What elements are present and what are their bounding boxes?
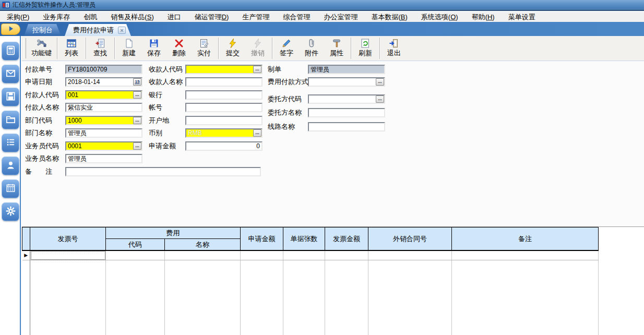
date-picker-button-apply_date[interactable]: 15 <box>133 78 141 86</box>
menu-item-10[interactable]: 基本数据(B) <box>364 12 414 22</box>
menu-item-2[interactable]: 业务库存 <box>36 12 77 22</box>
field-label-payee_name: 收款人名称 <box>149 78 183 86</box>
sidebar-button-folder[interactable] <box>2 111 19 129</box>
field-input-apply_date[interactable] <box>65 77 142 87</box>
tab-close-icon[interactable]: × <box>118 27 126 34</box>
toolbar-button-save[interactable]: 保存 <box>141 36 166 61</box>
field-label-apply_amount: 申请金额 <box>149 142 176 150</box>
grid-cell-fee_code[interactable] <box>106 250 165 260</box>
function-keys-icon <box>37 38 47 49</box>
field-salesman_code: ... <box>65 141 142 151</box>
toolbar-button-function-keys[interactable]: 功能键 <box>28 36 55 61</box>
toolbar-button-list-grid[interactable]: 列表 <box>59 36 84 61</box>
toolbar-button-actual-pay[interactable]: 实付 <box>192 36 217 61</box>
folder-icon <box>5 114 16 126</box>
toolbar-button-find[interactable]: 查找 <box>88 36 113 61</box>
field-input-salesman_code[interactable] <box>65 141 142 151</box>
tab-2[interactable]: 费用付款申请× <box>65 24 131 36</box>
sidebar-button-user[interactable] <box>2 157 19 175</box>
field-input-currency[interactable] <box>185 128 263 138</box>
sidebar-button-mail[interactable] <box>2 65 19 83</box>
field-input-fee_payment_method[interactable] <box>308 77 385 87</box>
field-input-payer_code[interactable] <box>65 90 142 100</box>
grid-cell-fee_name[interactable] <box>165 250 241 260</box>
menu-item-9[interactable]: 办公室管理 <box>317 12 364 22</box>
field-route_name <box>308 122 385 131</box>
menu-item-12[interactable]: 帮助(H) <box>465 12 502 22</box>
toolbar-button-attachment[interactable]: 附件 <box>299 36 324 61</box>
field-input-payer_name[interactable] <box>65 103 142 112</box>
list-grid-icon <box>66 38 77 49</box>
field-input-payee_name[interactable] <box>185 77 263 87</box>
menu-item-5[interactable]: 进口 <box>161 12 188 22</box>
detail-grid: 发票号费用申请金额单据张数发票金额外销合同号备注代码名称▶ <box>22 226 644 335</box>
actual-pay-icon <box>199 38 209 49</box>
menu-item-4[interactable]: 销售及样品(S) <box>104 12 160 22</box>
play-button[interactable] <box>1 23 20 35</box>
toolbar-button-properties[interactable]: 属性 <box>324 36 349 61</box>
field-input-principal_name[interactable] <box>308 108 385 117</box>
field-label-principal_code: 委托方代码 <box>268 95 302 103</box>
grid-cell-invoice_amount[interactable] <box>325 250 368 260</box>
menu-item-13[interactable]: 菜单设置 <box>502 12 542 22</box>
field-payee_name <box>185 77 263 87</box>
menu-item-6[interactable]: 储运管理D) <box>188 12 236 22</box>
field-apply_amount <box>185 141 263 151</box>
toolbar-button-refresh[interactable]: 刷新 <box>353 36 378 61</box>
grid-cell-invoice_no[interactable] <box>30 250 106 260</box>
refresh-icon <box>360 38 371 49</box>
menu-item-8[interactable]: 综合管理 <box>276 12 317 22</box>
toolbar-button-delete[interactable]: 删除 <box>166 36 192 61</box>
grid-cell-export_contract_no[interactable] <box>368 250 452 260</box>
grid-cell-doc_count[interactable] <box>283 250 325 260</box>
field-input-payment_no <box>65 65 142 74</box>
sidebar-button-calendar[interactable] <box>2 180 19 198</box>
field-input-dept_code[interactable] <box>65 116 142 125</box>
field-label-account_no: 帐号 <box>149 103 162 112</box>
field-input-account_no[interactable] <box>185 103 263 112</box>
field-input-route_name[interactable] <box>308 122 385 131</box>
ellipsis-button-payee_code[interactable]: ... <box>253 66 261 73</box>
ellipsis-button-principal_code[interactable]: ... <box>376 95 384 103</box>
ellipsis-button-payer_code[interactable]: ... <box>133 91 141 99</box>
menu-item-7[interactable]: 生产管理 <box>235 12 276 22</box>
field-input-principal_code[interactable] <box>308 94 385 104</box>
toolbar-button-exit[interactable]: 退出 <box>381 36 407 61</box>
field-input-apply_amount[interactable] <box>185 141 263 151</box>
field-input-dept_name[interactable] <box>65 128 142 138</box>
grid-cell-apply_amount[interactable] <box>241 250 283 260</box>
toolbar-button-new-doc[interactable]: 新建 <box>116 36 141 61</box>
sidebar-button-calculator[interactable] <box>2 42 19 61</box>
field-input-remark[interactable] <box>65 167 261 176</box>
grid-filler-fee_name <box>165 260 241 335</box>
sidebar-button-gear[interactable] <box>2 202 19 221</box>
menu-item-11[interactable]: 系统选项(O) <box>414 12 465 22</box>
ellipsis-button-fee_payment_method[interactable]: ... <box>376 78 384 86</box>
application-window: 汇信外贸软件操作人员:管理员 采购(P)业务库存创凯销售及样品(S)进口储运管理… <box>0 0 644 335</box>
calculator-icon <box>5 45 16 57</box>
toolbar-separator <box>57 38 57 59</box>
field-dept_name <box>65 128 142 138</box>
window-title: 汇信外贸软件操作人员:管理员 <box>13 1 96 9</box>
menu-item-1[interactable]: 采购(P) <box>0 12 36 22</box>
calendar-icon <box>5 183 16 195</box>
sidebar-button-floppy[interactable] <box>2 88 19 106</box>
field-input-payee_code[interactable] <box>185 65 263 74</box>
menu-item-3[interactable]: 创凯 <box>77 12 104 22</box>
field-salesman_name <box>65 154 142 163</box>
field-input-salesman_name[interactable] <box>65 154 142 163</box>
ellipsis-button-dept_code[interactable]: ... <box>133 117 141 124</box>
field-payer_name <box>65 103 142 112</box>
sidebar-button-list[interactable] <box>2 134 19 152</box>
toolbar-button-sign[interactable]: 签字 <box>274 36 299 61</box>
tab-1[interactable]: 控制台 <box>24 24 61 36</box>
exit-icon <box>389 38 399 49</box>
field-input-bank[interactable] <box>185 90 263 100</box>
ellipsis-button-salesman_code[interactable]: ... <box>133 142 141 150</box>
grid-cell-remark[interactable] <box>452 250 599 260</box>
toolbar-button-submit[interactable]: 提交 <box>220 36 245 61</box>
field-label-dept_name: 部门名称 <box>25 129 52 137</box>
field-input-bank_location[interactable] <box>185 116 263 125</box>
ellipsis-button-currency[interactable]: ... <box>253 129 261 137</box>
row-selector-cell[interactable]: ▶ <box>22 250 30 260</box>
